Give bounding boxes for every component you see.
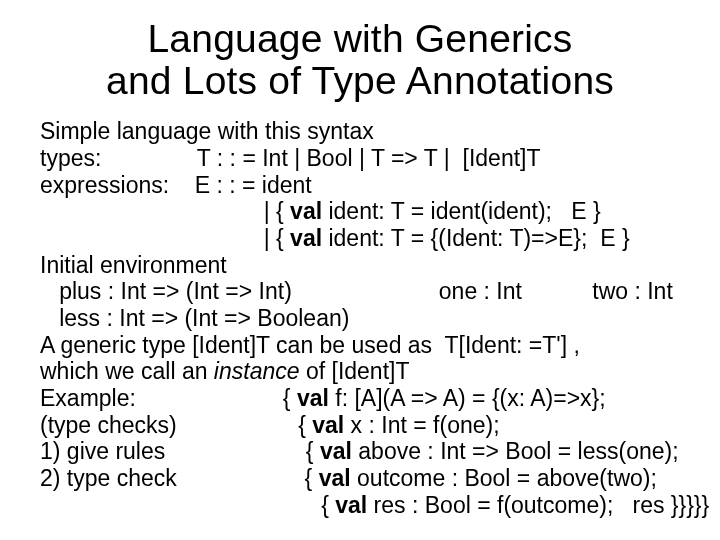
line-expr-3: | { val ident: T = {(Ident: T)=>E}; E } [40, 225, 680, 252]
line-types: types: T : : = Int | Bool | T => T | [Id… [40, 145, 680, 172]
line-example-3: 1) give rules { val above : Int => Bool … [40, 438, 680, 465]
line-expr-2: | { val ident: T = ident(ident); E } [40, 198, 680, 225]
line-env-header: Initial environment [40, 252, 680, 279]
slide-body: Simple language with this syntax types: … [40, 118, 680, 518]
title-line-2: and Lots of Type Annotations [106, 59, 614, 102]
keyword-val: val [320, 438, 352, 464]
keyword-val: val [335, 492, 367, 518]
emphasis-instance: instance [214, 358, 300, 384]
keyword-val: val [319, 465, 351, 491]
line-expr-1: expressions: E : : = ident [40, 172, 680, 199]
line-example-2: (type checks) { val x : Int = f(one); [40, 412, 680, 439]
line-syntax-intro: Simple language with this syntax [40, 118, 680, 145]
line-example-4: 2) type check { val outcome : Bool = abo… [40, 465, 680, 492]
keyword-val: val [290, 225, 322, 251]
line-env-plus: plus : Int => (Int => Int) one : Int two… [40, 278, 680, 305]
line-generic-2: which we call an instance of [Ident]T [40, 358, 680, 385]
keyword-val: val [297, 385, 329, 411]
slide: Language with Generics and Lots of Type … [0, 0, 720, 540]
line-generic-1: A generic type [Ident]T can be used as T… [40, 332, 680, 359]
line-env-less: less : Int => (Int => Boolean) [40, 305, 680, 332]
keyword-val: val [312, 412, 344, 438]
slide-title: Language with Generics and Lots of Type … [40, 18, 680, 102]
line-example-1: Example: { val f: [A](A => A) = {(x: A)=… [40, 385, 680, 412]
line-example-5: { val res : Bool = f(outcome); res }}}}} [40, 492, 680, 519]
title-line-1: Language with Generics [147, 17, 572, 60]
keyword-val: val [290, 198, 322, 224]
